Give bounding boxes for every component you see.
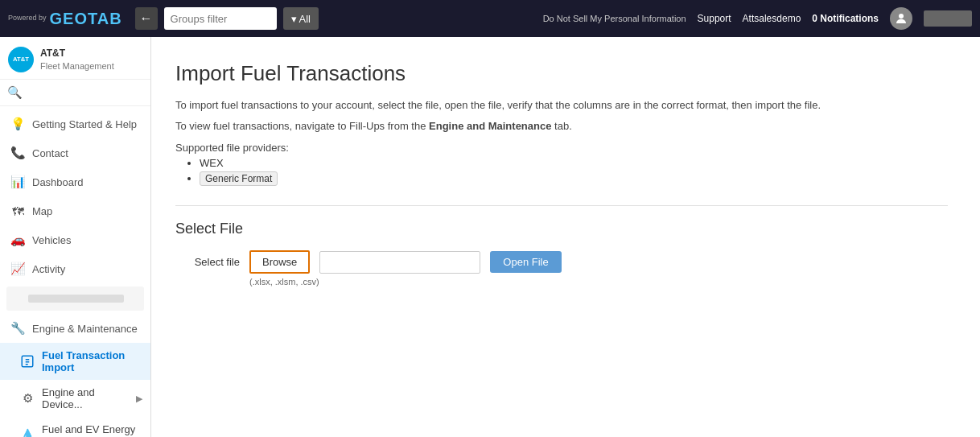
- sidebar: AT&T AT&T Fleet Management 🔍 💡 Getting S…: [0, 37, 151, 437]
- file-input-display: [319, 251, 480, 274]
- sidebar-nav: 💡 Getting Started & Help 📞 Contact 📊 Das…: [0, 106, 150, 437]
- extra-topbar-element: [924, 10, 972, 27]
- fuel-transaction-icon: [19, 353, 35, 369]
- geotab-logo: GEOTAB: [50, 10, 122, 28]
- topbar: Powered by GEOTAB ← ▾ All Do Not Sell My…: [0, 0, 980, 37]
- list-item: WEX: [200, 157, 948, 169]
- topbar-center: ← ▾ All: [135, 7, 319, 30]
- support-link[interactable]: Support: [698, 13, 731, 24]
- topbar-right: Do Not Sell My Personal Information Supp…: [543, 7, 972, 30]
- sidebar-title: AT&T Fleet Management: [40, 47, 114, 72]
- activity-icon: 📈: [10, 261, 26, 277]
- sidebar-item-vehicles[interactable]: 🚗 Vehicles: [0, 225, 150, 254]
- main-content: Import Fuel Transactions To import fuel …: [151, 37, 980, 437]
- all-dropdown-button[interactable]: ▾ All: [283, 7, 319, 30]
- sidebar-item-contact[interactable]: 📞 Contact: [0, 138, 150, 167]
- topbar-logo: Powered by GEOTAB: [8, 10, 122, 28]
- personal-info-label: Do Not Sell My Personal Information: [543, 14, 686, 23]
- sidebar-item-activity[interactable]: 📈 Activity: [0, 254, 150, 283]
- sidebar-item-blank: [6, 287, 144, 311]
- page-title: Import Fuel Transactions: [175, 61, 948, 86]
- sidebar-item-engine-device[interactable]: ⚙ Engine and Device... ▶: [0, 380, 150, 417]
- powered-by-text: Powered by: [8, 14, 47, 23]
- providers-list: WEX Generic Format: [200, 157, 948, 186]
- map-icon: 🗺: [10, 203, 26, 219]
- description-1: To import fuel transactions to your acco…: [175, 97, 948, 113]
- fuel-ev-icon: 💧: [19, 427, 35, 437]
- sidebar-item-fuel-transaction-import[interactable]: Fuel Transaction Import: [0, 343, 150, 380]
- open-file-button[interactable]: Open File: [490, 251, 561, 273]
- supported-label: Supported file providers:: [175, 142, 948, 154]
- engine-device-icon: ⚙: [19, 390, 35, 406]
- contact-icon: 📞: [10, 145, 26, 161]
- username-link[interactable]: Attsalesdemo: [743, 13, 801, 24]
- att-logo: AT&T: [8, 47, 34, 72]
- svg-text:AT&T: AT&T: [13, 56, 29, 63]
- file-label: Select file: [175, 256, 240, 268]
- generic-format-tag[interactable]: Generic Format: [200, 171, 278, 186]
- vehicles-icon: 🚗: [10, 232, 26, 248]
- notifications-badge[interactable]: 0 Notifications: [812, 13, 879, 24]
- section-divider: [175, 205, 948, 206]
- sidebar-item-engine-maintenance[interactable]: 🔧 Engine & Maintenance: [0, 314, 150, 343]
- file-select-row: Select file Browse Open File: [175, 250, 948, 274]
- sidebar-search-row: 🔍: [0, 80, 150, 106]
- browse-button[interactable]: Browse: [249, 250, 310, 274]
- list-item: Generic Format: [200, 171, 948, 186]
- layout: AT&T AT&T Fleet Management 🔍 💡 Getting S…: [0, 37, 980, 437]
- sidebar-item-fuel-ev[interactable]: 💧 Fuel and EV Energy Usage: [0, 417, 150, 437]
- file-formats: (.xlsx, .xlsm, .csv): [249, 277, 948, 287]
- back-button[interactable]: ←: [135, 7, 158, 30]
- user-avatar[interactable]: [890, 7, 912, 30]
- sidebar-item-getting-started[interactable]: 💡 Getting Started & Help: [0, 109, 150, 138]
- dashboard-icon: 📊: [10, 174, 26, 190]
- getting-started-icon: 💡: [10, 116, 26, 132]
- engine-device-chevron: ▶: [136, 394, 142, 404]
- engine-maintenance-icon: 🔧: [10, 320, 26, 336]
- sidebar-header: AT&T AT&T Fleet Management: [0, 37, 150, 80]
- description-2: To view fuel transactions, navigate to F…: [175, 118, 948, 134]
- svg-point-0: [899, 14, 904, 19]
- sidebar-item-map[interactable]: 🗺 Map: [0, 196, 150, 225]
- search-icon: 🔍: [6, 85, 23, 101]
- section-title: Select File: [175, 221, 948, 237]
- groups-filter-input[interactable]: [164, 7, 277, 30]
- sidebar-item-dashboard[interactable]: 📊 Dashboard: [0, 167, 150, 196]
